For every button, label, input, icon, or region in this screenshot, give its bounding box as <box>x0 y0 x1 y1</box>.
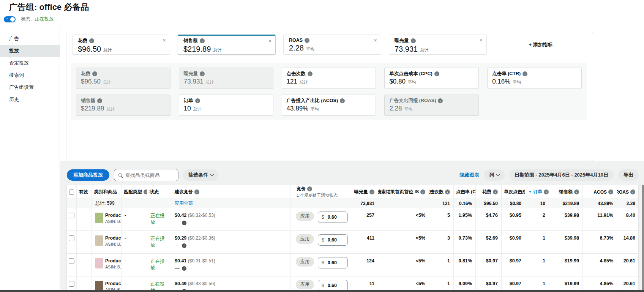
metric-card-impressions[interactable]: 曝光量 i × 73,931总计 <box>389 35 487 55</box>
add-product-target-button[interactable]: 添加商品投放 <box>67 169 109 181</box>
row-checkbox[interactable] <box>69 213 74 218</box>
metric-card-sales[interactable]: 销售额 i × $219.89总计 <box>178 35 276 55</box>
metric-card-spend[interactable]: 花费 i × $96.50总计 <box>72 35 170 55</box>
info-icon[interactable]: i <box>144 189 147 194</box>
info-icon[interactable]: i <box>182 243 186 248</box>
info-icon[interactable]: i <box>340 98 345 103</box>
picker-card-ctr[interactable]: 点击率 (CTR)i 0.16%平均 <box>487 68 582 89</box>
picker-value: 10 <box>184 105 191 112</box>
sidebar-item-ads[interactable]: 广告 <box>0 33 60 45</box>
columns-button[interactable]: 列 <box>484 169 505 181</box>
sidebar-item-history[interactable]: 历史 <box>0 93 60 106</box>
col-match-type[interactable]: 匹配类型i <box>122 185 147 199</box>
col-active[interactable]: 有效 <box>77 185 92 199</box>
info-icon[interactable]: i <box>420 189 425 194</box>
info-icon[interactable]: i <box>97 98 102 103</box>
export-button[interactable]: 导出 <box>618 169 639 181</box>
filter-button[interactable]: 筛选条件 <box>183 169 219 181</box>
row-checkbox[interactable] <box>69 235 74 241</box>
sidebar-item-adgroup-settings[interactable]: 广告组设置 <box>0 81 60 93</box>
close-icon[interactable]: × <box>163 37 166 43</box>
bid-input-box[interactable]: $ <box>318 234 348 246</box>
info-icon[interactable]: i <box>308 71 313 76</box>
add-metric-button[interactable]: + 添加指标 <box>494 35 587 55</box>
info-icon[interactable]: i <box>445 189 450 194</box>
date-range-button[interactable]: 日期范围 - 2025年4月6日 - 2025年4月10日 <box>509 169 614 181</box>
info-icon[interactable]: i <box>438 98 443 103</box>
sidebar-item-search-terms[interactable]: 搜索词 <box>0 69 60 81</box>
info-icon[interactable]: i <box>411 38 416 43</box>
apply-bid-button[interactable]: 应用 <box>296 257 314 267</box>
info-icon[interactable]: i <box>195 98 200 103</box>
info-icon[interactable]: i <box>574 189 579 194</box>
info-icon[interactable]: i <box>182 266 186 271</box>
col-status[interactable]: 状态 <box>147 185 171 199</box>
info-icon[interactable]: i <box>305 38 309 43</box>
select-all-checkbox[interactable] <box>69 189 74 195</box>
close-icon[interactable]: × <box>374 37 377 43</box>
apply-bid-button[interactable]: 应用 <box>296 234 314 244</box>
picker-card-acos[interactable]: 广告投入产出比 (ACOS)i 43.89%平均 <box>282 95 376 116</box>
bid-input[interactable] <box>328 237 344 243</box>
search-box[interactable] <box>114 169 178 181</box>
cpc-cell: $0.95 <box>502 208 525 230</box>
roas-cell: 20.61 <box>617 254 639 276</box>
info-icon[interactable]: i <box>307 186 312 191</box>
info-icon[interactable]: i <box>630 189 635 194</box>
info-icon[interactable]: i <box>200 38 205 43</box>
orders-sort-box[interactable]: ▼ 订单 i <box>526 187 549 197</box>
apply-bid-button[interactable]: 应用 <box>296 212 314 221</box>
col-suggested-bid[interactable]: 建议竞价i <box>171 185 290 199</box>
col-top-of-search-is[interactable]: 搜索结果首页首位 ISi <box>378 185 429 199</box>
bid-input[interactable] <box>328 215 344 220</box>
col-cpc[interactable]: 单次点击成本i <box>502 185 525 199</box>
product-title[interactable]: Produc... <box>105 281 122 286</box>
bid-input-box[interactable]: $ <box>318 280 348 290</box>
hide-chart-link[interactable]: 隐藏图表 <box>459 172 479 178</box>
info-icon[interactable]: i <box>434 71 439 76</box>
sidebar-item-targeting[interactable]: 投放 <box>0 45 60 57</box>
close-icon[interactable]: × <box>479 37 483 43</box>
col-select-all[interactable] <box>67 185 77 199</box>
product-title[interactable]: Produc... <box>105 258 122 264</box>
apply-all-link[interactable]: 应用全部 <box>175 200 193 207</box>
status-toggle[interactable] <box>4 16 16 22</box>
bid-input[interactable] <box>328 260 344 265</box>
col-sales[interactable]: 销售额i <box>549 185 583 199</box>
vertical-scrollbar[interactable] <box>642 185 644 290</box>
product-title[interactable]: Produc... <box>105 213 122 218</box>
info-icon[interactable]: i <box>92 71 97 76</box>
bid-input-box[interactable]: $ <box>318 212 348 223</box>
col-clicks[interactable]: 点击次数i <box>429 185 454 199</box>
info-icon[interactable]: i <box>608 189 613 194</box>
row-checkbox[interactable] <box>69 258 74 264</box>
bid-input[interactable] <box>328 283 344 288</box>
col-impressions[interactable]: 曝光量i <box>351 185 378 199</box>
info-icon[interactable]: i <box>522 71 527 76</box>
info-icon[interactable]: i <box>544 189 549 194</box>
picker-card-orders[interactable]: 订单i 10总计 <box>179 95 273 116</box>
col-orders-sorted[interactable]: ▼ 订单 i <box>525 185 549 199</box>
info-icon[interactable]: i <box>182 221 186 225</box>
col-bid[interactable]: 竞价i 1 个规则处于活动状态 <box>290 185 351 199</box>
metric-card-roas[interactable]: ROAS i × 2.28平均 <box>283 35 381 55</box>
col-ctr[interactable]: 点击率 (CTR)i <box>454 185 476 199</box>
sidebar-item-negative-targeting[interactable]: 否定投放 <box>0 57 60 69</box>
row-checkbox[interactable] <box>69 281 74 287</box>
close-icon[interactable]: × <box>268 38 271 44</box>
picker-card-cpc[interactable]: 单次点击成本 (CPC)i $0.80平均 <box>384 68 479 89</box>
info-icon[interactable]: i <box>89 38 94 43</box>
info-icon[interactable]: i <box>369 189 374 194</box>
picker-card-clicks[interactable]: 点击次数i 121总计 <box>282 68 376 89</box>
info-icon[interactable]: i <box>194 189 199 194</box>
info-icon[interactable]: i <box>200 71 205 76</box>
col-acos[interactable]: ACOSi <box>583 185 617 199</box>
apply-bid-button[interactable]: 应用 <box>296 280 314 289</box>
product-title[interactable]: Produc... <box>105 235 122 241</box>
col-roas[interactable]: ROASi <box>617 185 639 199</box>
col-spend[interactable]: 花费i <box>476 185 502 199</box>
col-product[interactable]: 类别和商品 <box>92 185 122 199</box>
bid-input-box[interactable]: $ <box>318 257 348 268</box>
info-icon[interactable]: i <box>493 189 498 194</box>
search-input[interactable] <box>125 172 174 178</box>
